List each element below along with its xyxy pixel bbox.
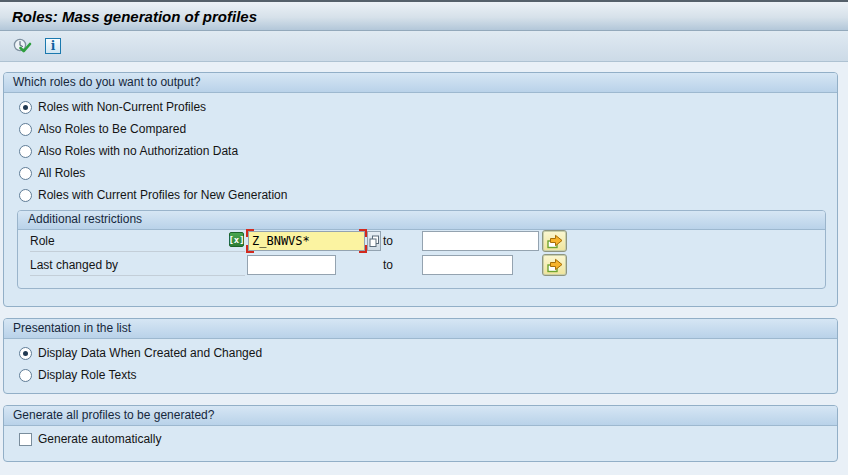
radio-button[interactable] bbox=[19, 123, 32, 136]
focus-corner-icon bbox=[246, 229, 254, 237]
radio-label: Also Roles with no Authorization Data bbox=[38, 144, 238, 158]
execute-button[interactable] bbox=[10, 35, 34, 57]
radio-label: All Roles bbox=[38, 166, 85, 180]
section-output-roles: Which roles do you want to output? Roles… bbox=[3, 72, 838, 307]
option-display-role-texts[interactable]: Display Role Texts bbox=[19, 367, 136, 383]
radio-label: Also Roles to Be Compared bbox=[38, 122, 186, 136]
focus-corner-icon bbox=[359, 229, 367, 237]
section-presentation-header: Presentation in the list bbox=[4, 319, 837, 339]
option-non-current-profiles[interactable]: Roles with Non-Current Profiles bbox=[19, 99, 206, 115]
radio-label: Display Role Texts bbox=[38, 368, 136, 382]
info-icon: i bbox=[45, 38, 61, 54]
application-toolbar: i bbox=[0, 31, 848, 62]
sap-window: Roles: Mass generation of profiles i Whi… bbox=[0, 0, 848, 475]
multiple-selection-arrow-icon bbox=[546, 257, 564, 273]
radio-button[interactable] bbox=[19, 101, 32, 114]
role-field-label: Role bbox=[30, 231, 245, 252]
radio-label: Display Data When Created and Changed bbox=[38, 346, 262, 360]
info-button[interactable]: i bbox=[43, 36, 63, 56]
section-additional-restrictions: Additional restrictions Role [x] bbox=[17, 210, 826, 289]
radio-button[interactable] bbox=[19, 189, 32, 202]
option-current-profiles-new-generation[interactable]: Roles with Current Profiles for New Gene… bbox=[19, 187, 287, 203]
last-changed-by-from-input[interactable] bbox=[247, 255, 336, 275]
restrictions-header: Additional restrictions bbox=[18, 211, 825, 230]
option-no-authorization-data[interactable]: Also Roles with no Authorization Data bbox=[19, 143, 238, 159]
section-generate: Generate all profiles to be generated? G… bbox=[3, 405, 838, 462]
focus-corner-icon bbox=[246, 245, 254, 253]
radio-button[interactable] bbox=[19, 167, 32, 180]
section-generate-header: Generate all profiles to be generated? bbox=[4, 406, 837, 426]
option-all-roles[interactable]: All Roles bbox=[19, 165, 85, 181]
possible-entries-button[interactable] bbox=[367, 231, 381, 251]
page-title: Roles: Mass generation of profiles bbox=[12, 8, 257, 25]
radio-button[interactable] bbox=[19, 145, 32, 158]
option-roles-to-be-compared[interactable]: Also Roles to Be Compared bbox=[19, 121, 186, 137]
radio-label: Roles with Non-Current Profiles bbox=[38, 100, 206, 114]
radio-label: Roles with Current Profiles for New Gene… bbox=[38, 188, 287, 202]
info-icon-glyph: i bbox=[51, 39, 56, 53]
role-from-input[interactable] bbox=[248, 231, 365, 251]
overlapping-squares-icon bbox=[369, 235, 380, 248]
multiple-selection-arrow-icon bbox=[546, 233, 564, 249]
window-titlebar: Roles: Mass generation of profiles bbox=[0, 0, 848, 31]
role-from-field-focus-frame bbox=[246, 229, 367, 253]
option-generate-automatically[interactable]: Generate automatically bbox=[19, 431, 161, 447]
focus-corner-icon bbox=[359, 245, 367, 253]
option-display-created-changed[interactable]: Display Data When Created and Changed bbox=[19, 345, 262, 361]
last-changed-by-to-label: to bbox=[383, 255, 393, 275]
last-changed-by-to-input[interactable] bbox=[422, 255, 513, 275]
checkbox-label: Generate automatically bbox=[38, 432, 161, 446]
section-presentation: Presentation in the list Display Data Wh… bbox=[3, 318, 838, 394]
radio-button[interactable] bbox=[19, 369, 32, 382]
last-changed-by-field-label: Last changed by bbox=[30, 255, 245, 276]
role-multiple-selection-button[interactable] bbox=[542, 230, 567, 252]
last-changed-by-multiple-selection-button[interactable] bbox=[542, 254, 567, 276]
execute-clock-check-icon bbox=[12, 37, 32, 55]
radio-button[interactable] bbox=[19, 347, 32, 360]
role-to-input[interactable] bbox=[422, 231, 539, 251]
active-multi-selection-icon: [x] bbox=[229, 232, 244, 247]
section-output-header: Which roles do you want to output? bbox=[4, 73, 837, 93]
role-to-label: to bbox=[383, 231, 393, 251]
generate-automatically-checkbox[interactable] bbox=[19, 433, 32, 446]
